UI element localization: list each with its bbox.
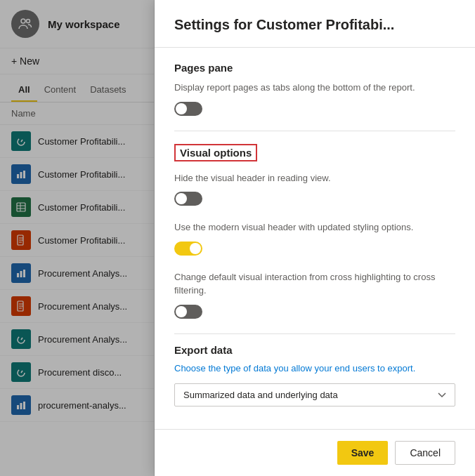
modal-footer: Save Cancel (155, 429, 475, 476)
modern-header-desc: Use the modern visual header with update… (174, 220, 455, 234)
hide-header-desc: Hide the visual header in reading view. (174, 171, 455, 185)
toggle-track-off3 (174, 305, 202, 319)
hide-header-toggle[interactable] (174, 192, 202, 206)
modern-header-toggle[interactable] (174, 242, 202, 256)
export-link-text[interactable]: Choose the type of data you allow your e… (174, 362, 455, 376)
pages-pane-desc: Display report pages as tabs along the b… (174, 81, 455, 95)
cross-filter-toggle-wrap (174, 305, 455, 321)
hide-header-toggle-wrap (174, 192, 455, 208)
modal-title: Settings for Customer Profitabi... (155, 0, 475, 48)
export-data-section: Export data Choose the type of data you … (174, 344, 455, 407)
modal-body: Pages pane Display report pages as tabs … (155, 48, 475, 429)
pages-pane-title: Pages pane (174, 62, 455, 74)
export-data-title: Export data (174, 344, 455, 356)
toggle-thumb3 (190, 243, 201, 254)
pages-pane-toggle[interactable] (174, 102, 202, 116)
visual-options-title: Visual options (174, 144, 257, 161)
pages-pane-toggle-wrap (174, 102, 455, 118)
toggle-thumb2 (176, 193, 187, 204)
toggle-track-off2 (174, 192, 202, 206)
toggle-track-on (174, 242, 202, 256)
pages-pane-section: Pages pane Display report pages as tabs … (174, 62, 455, 118)
toggle-track-off (174, 102, 202, 116)
settings-modal: Settings for Customer Profitabi... Pages… (155, 0, 475, 476)
toggle-thumb4 (176, 306, 187, 317)
cancel-button[interactable]: Cancel (395, 441, 455, 465)
cross-filter-toggle[interactable] (174, 305, 202, 319)
visual-options-section: Visual options Hide the visual header in… (174, 141, 455, 321)
cross-filter-desc: Change default visual interaction from c… (174, 270, 455, 298)
modern-header-toggle-wrap (174, 242, 455, 258)
save-button[interactable]: Save (337, 441, 389, 465)
toggle-thumb (176, 103, 187, 114)
section-divider (174, 131, 455, 131)
export-select[interactable]: Summarized data and underlying data Summ… (174, 383, 455, 406)
modal-overlay: Settings for Customer Profitabi... Pages… (0, 0, 475, 476)
section-divider-2 (174, 333, 455, 334)
